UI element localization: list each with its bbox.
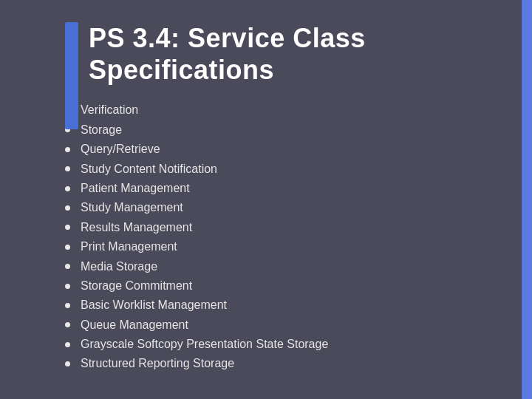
list-item: Structured Reporting Storage [65, 354, 495, 373]
list-item: Queue Management [65, 316, 495, 335]
list-item-label: Media Storage [81, 257, 157, 276]
right-accent-bar [522, 0, 532, 399]
list-item-label: Patient Management [81, 179, 190, 198]
content-section: VerificationStorageQuery/RetrieveStudy C… [65, 100, 510, 373]
list-item: Patient Management [65, 179, 495, 198]
list-item: Study Content Notification [65, 160, 495, 179]
title-section: PS 3.4: Service Class Specifications [89, 22, 510, 86]
bullet-dot [65, 322, 70, 327]
list-item: Query/Retrieve [65, 140, 495, 159]
list-item-label: Storage [81, 120, 122, 140]
list-item-label: Results Management [81, 218, 192, 237]
list-item-label: Verification [81, 100, 138, 120]
list-item-label: Print Management [81, 237, 177, 256]
slide-container: PS 3.4: Service Class Specifications Ver… [0, 0, 532, 399]
bullet-list: VerificationStorageQuery/RetrieveStudy C… [65, 100, 495, 373]
bullet-dot [65, 264, 70, 269]
list-item-label: Storage Commitment [81, 276, 192, 296]
list-item: Media Storage [65, 257, 495, 276]
blue-accent-bar [65, 22, 78, 129]
list-item: Storage [65, 120, 495, 140]
list-item: Grayscale Softcopy Presentation State St… [65, 335, 495, 354]
list-item-label: Queue Management [81, 316, 188, 335]
list-item-label: Structured Reporting Storage [81, 354, 234, 373]
list-item-label: Grayscale Softcopy Presentation State St… [81, 335, 328, 354]
slide-title: PS 3.4: Service Class Specifications [89, 22, 495, 86]
title-line2: Specifications [89, 55, 274, 85]
list-item: Print Management [65, 237, 495, 256]
list-item: Results Management [65, 218, 495, 237]
bullet-dot [65, 205, 70, 211]
list-item: Study Management [65, 198, 495, 217]
title-line1: PS 3.4: Service Class [89, 23, 366, 53]
list-item: Basic Worklist Management [65, 296, 495, 315]
bullet-dot [65, 225, 70, 230]
list-item: Verification [65, 100, 495, 120]
bullet-dot [65, 342, 70, 347]
bullet-dot [65, 284, 70, 289]
bullet-dot [65, 186, 70, 191]
list-item-label: Query/Retrieve [81, 140, 160, 159]
list-item-label: Study Content Notification [81, 160, 217, 179]
list-item-label: Study Management [81, 198, 183, 217]
bullet-dot [65, 245, 70, 250]
list-item: Storage Commitment [65, 276, 495, 296]
bullet-dot [65, 361, 70, 366]
bullet-dot [65, 166, 70, 171]
list-item-label: Basic Worklist Management [81, 296, 227, 315]
bullet-dot [65, 147, 70, 152]
bullet-dot [65, 303, 70, 308]
